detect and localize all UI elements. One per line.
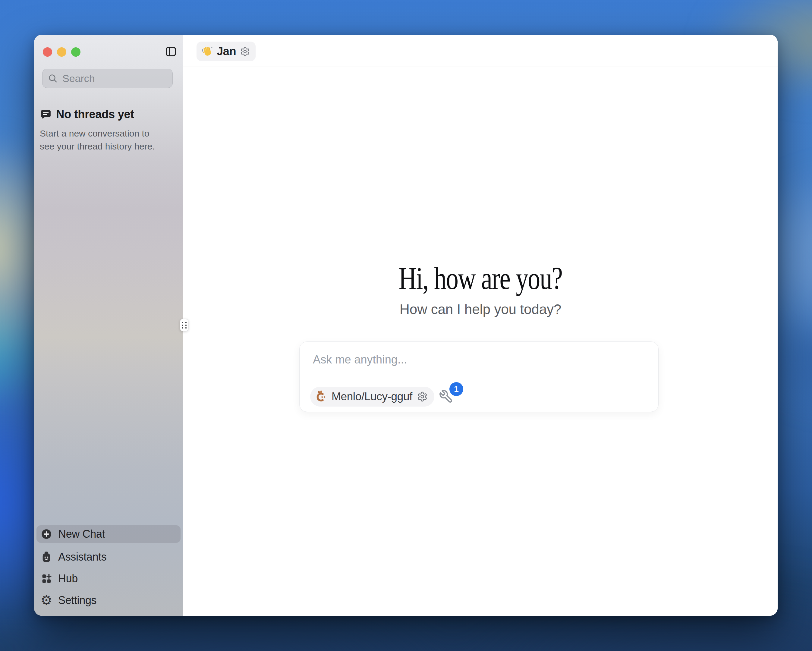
search-field[interactable] bbox=[42, 69, 173, 88]
model-settings-gear-icon[interactable] bbox=[417, 391, 428, 402]
waving-hand-icon bbox=[201, 46, 213, 57]
desktop: No threads yet Start a new conversation … bbox=[0, 0, 812, 651]
jan-app-window: No threads yet Start a new conversation … bbox=[34, 35, 778, 616]
threads-empty-state: No threads yet Start a new conversation … bbox=[34, 108, 173, 153]
gear-icon: ⚙ bbox=[40, 595, 52, 607]
empty-state-title: No threads yet bbox=[56, 108, 134, 121]
main-panel: Jan Hi, how are you? How can I help you … bbox=[183, 35, 778, 616]
robot-icon bbox=[40, 551, 52, 563]
close-button[interactable] bbox=[43, 47, 52, 56]
main-header: Jan bbox=[183, 35, 778, 67]
sidebar-item-hub[interactable]: Hub bbox=[37, 570, 180, 587]
thread-settings-gear-icon[interactable] bbox=[240, 46, 250, 56]
plus-circle-icon bbox=[40, 528, 52, 540]
sidebar-resize-handle[interactable] bbox=[180, 319, 188, 331]
tools-count-badge: 1 bbox=[449, 382, 463, 396]
message-input[interactable] bbox=[312, 353, 644, 374]
window-controls bbox=[43, 47, 81, 56]
sidebar-item-label: Hub bbox=[58, 572, 78, 585]
search-input[interactable] bbox=[62, 72, 167, 85]
greeting-subtitle: How can I help you today? bbox=[183, 301, 778, 317]
sidebar-item-label: New Chat bbox=[58, 528, 105, 540]
composer-card: Menlo/Lucy-gguf 1 bbox=[299, 342, 659, 412]
search-icon bbox=[48, 73, 58, 83]
greeting-title: Hi, how are you? bbox=[183, 260, 778, 297]
toggle-sidebar-icon[interactable] bbox=[166, 47, 176, 56]
model-name: Menlo/Lucy-gguf bbox=[331, 390, 412, 403]
model-selector[interactable]: Menlo/Lucy-gguf bbox=[310, 387, 434, 407]
zoom-button[interactable] bbox=[71, 47, 81, 56]
empty-state-description: Start a new conversation to see your thr… bbox=[34, 127, 164, 153]
minimize-button[interactable] bbox=[57, 47, 66, 56]
chat-bubble-icon bbox=[40, 109, 52, 120]
grid-plus-icon bbox=[40, 573, 52, 585]
sidebar-item-label: Settings bbox=[58, 594, 96, 607]
tab-jan[interactable]: Jan bbox=[197, 41, 256, 61]
grip-dots-icon bbox=[182, 322, 186, 329]
sidebar-item-assistants[interactable]: Assistants bbox=[37, 548, 180, 566]
sidebar-item-label: Assistants bbox=[58, 550, 107, 563]
tab-label: Jan bbox=[217, 45, 236, 58]
sidebar-item-settings[interactable]: ⚙ Settings bbox=[37, 592, 180, 609]
model-provider-logo-icon bbox=[314, 390, 327, 403]
sidebar: No threads yet Start a new conversation … bbox=[34, 35, 183, 616]
sidebar-item-new-chat[interactable]: New Chat bbox=[37, 525, 180, 543]
